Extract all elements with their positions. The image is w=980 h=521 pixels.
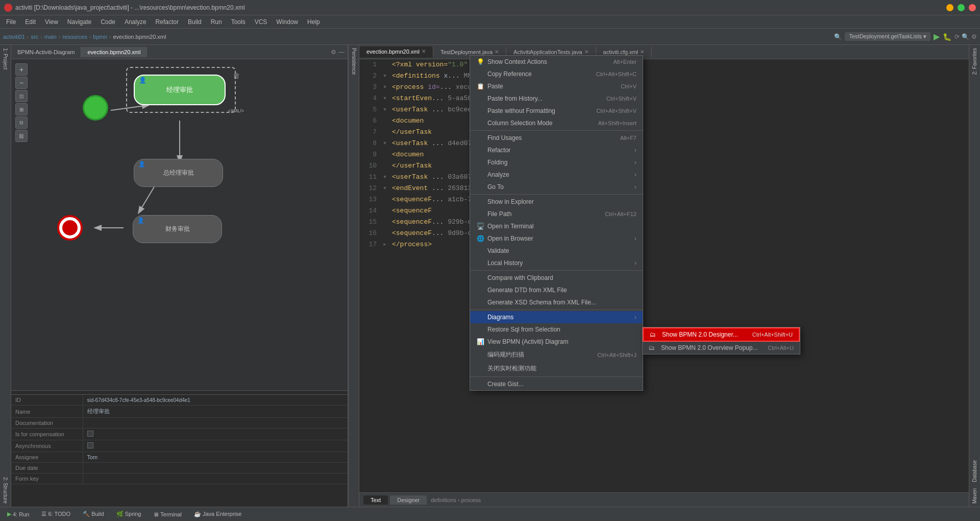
bpmn-tab-diagram[interactable]: BPMN-Activiti-Diagram — [11, 47, 81, 57]
maven-label[interactable]: Maven — [971, 485, 978, 507]
spring-button[interactable]: 🌿 Spring — [112, 510, 145, 518]
close-tab-bpmn[interactable]: ✕ — [422, 49, 426, 54]
bpmn-tab-file[interactable]: evection.bpmn20.xml — [81, 47, 147, 57]
bc-bpmn[interactable]: bpmn — [93, 34, 107, 40]
menu-window[interactable]: Window — [272, 17, 302, 27]
ctx-show-context-actions[interactable]: 💡 Show Context Actions Alt+Enter — [470, 56, 643, 68]
bpmn-general-manager-task[interactable]: 总经理审批 — [134, 159, 223, 187]
ctx-paste-no-format[interactable]: Paste without Formatting Ctrl+Alt+Shift+… — [470, 105, 643, 117]
ctx-show-explorer[interactable]: Show in Explorer — [470, 196, 643, 208]
submenu-show-bpmn-overview[interactable]: 🗂 Show BPMN 2.0 Overview Popup... Ctrl+A… — [643, 342, 800, 354]
compensation-checkbox[interactable] — [87, 431, 93, 437]
ctx-create-gist[interactable]: Create Gist... — [470, 378, 643, 390]
ctx-diagrams[interactable]: Diagrams › — [470, 311, 643, 323]
breadcrumb-process[interactable]: process — [461, 497, 481, 503]
breadcrumb-definitions[interactable]: definitions — [431, 497, 456, 503]
favorites-label[interactable]: 2: Favorites — [971, 45, 978, 78]
code-editor[interactable]: 1 <?xml version="1.0" encoding="UTF-8"?>… — [359, 59, 969, 492]
maximize-button[interactable] — [958, 4, 965, 11]
bpmn-manager-task[interactable]: 经理审批 🗑 <XML/> — [134, 75, 226, 105]
icon2[interactable]: 🔍 — [962, 33, 969, 40]
ctx-close-realtime[interactable]: 关闭实时检测功能 — [470, 362, 643, 375]
menu-help[interactable]: Help — [303, 17, 324, 27]
ctx-compare-clipboard[interactable]: Compare with Clipboard — [470, 272, 643, 284]
close-tab-activiti[interactable]: ✕ — [584, 49, 589, 55]
bpmn-end-event[interactable] — [57, 215, 83, 241]
bpmn-minimize-icon[interactable]: — — [338, 49, 345, 56]
close-tab-test[interactable]: ✕ — [495, 49, 499, 55]
menu-vcs[interactable]: VCS — [251, 17, 272, 27]
bc-activiti01[interactable]: activiti01 — [3, 34, 25, 40]
ctx-open-browser[interactable]: 🌐 Open in Browser › — [470, 232, 643, 245]
deployment-dropdown[interactable]: TestDeployment.getTaskLists ▾ — [845, 32, 930, 41]
menu-view[interactable]: View — [41, 17, 62, 27]
ctx-paste-history[interactable]: Paste from History... Ctrl+Shift+V — [470, 92, 643, 105]
ctx-encoding-scan[interactable]: 编码规约扫描 Ctrl+Alt+Shift+J — [470, 348, 643, 362]
ctx-open-terminal[interactable]: 🖥️ Open in Terminal — [470, 220, 643, 232]
menu-tools[interactable]: Tools — [227, 17, 250, 27]
menu-file[interactable]: File — [2, 17, 20, 27]
minimize-button[interactable] — [946, 4, 953, 11]
terminal-button[interactable]: 🖥 Terminal — [149, 510, 185, 518]
ctx-validate[interactable]: Validate — [470, 245, 643, 257]
persistence-label[interactable]: Persistence — [350, 45, 358, 78]
debug-button[interactable]: 🐛 — [943, 33, 951, 41]
menu-run[interactable]: Run — [207, 17, 226, 27]
bc-main[interactable]: main — [44, 34, 57, 40]
icon3[interactable]: ⚙ — [971, 33, 977, 40]
ctx-refactor[interactable]: Refactor › — [470, 144, 643, 156]
close-button[interactable] — [969, 4, 976, 11]
ctx-paste[interactable]: 📋 Paste Ctrl+V — [470, 80, 643, 92]
ctx-generate-xsd[interactable]: Generate XSD Schema from XML File... — [470, 296, 643, 309]
ctx-find-usages[interactable]: Find Usages Alt+F7 — [470, 132, 643, 144]
bc-resources[interactable]: resources — [62, 34, 87, 40]
ctx-view-bpmn[interactable]: 📊 View BPMN (Activiti) Diagram — [470, 336, 643, 348]
ctx-file-path[interactable]: File Path Ctrl+Alt+F12 — [470, 208, 643, 220]
zoom-grid-button[interactable]: ⊟ — [15, 116, 28, 129]
delete-task-icon[interactable]: 🗑 — [233, 72, 240, 80]
ctx-restore-sql[interactable]: Restore Sql from Selection — [470, 323, 643, 336]
browser-icon: 🌐 — [476, 235, 484, 242]
zoom-out-button[interactable]: − — [15, 77, 28, 89]
zoom-link-button[interactable]: ⛓ — [15, 130, 28, 142]
tab-evection-bpmn[interactable]: evection.bpmn20.xml ✕ — [359, 46, 433, 58]
ctx-generate-dtd[interactable]: Generate DTD from XML File — [470, 284, 643, 296]
sidebar-structure-label[interactable]: 2: Structure — [2, 474, 9, 507]
run-icon: ▶ — [7, 511, 11, 517]
ctx-column-selection[interactable]: Column Selection Mode Alt+Shift+Insert — [470, 117, 643, 129]
database-label[interactable]: Database — [971, 457, 978, 485]
bottom-tab-designer[interactable]: Designer — [390, 495, 427, 505]
zoom-select-button[interactable]: ⊞ — [15, 103, 28, 115]
bottom-tab-text[interactable]: Text — [363, 495, 388, 505]
async-checkbox[interactable] — [87, 442, 93, 448]
bc-src[interactable]: src — [31, 34, 38, 40]
menu-navigate[interactable]: Navigate — [63, 17, 95, 27]
bc-file[interactable]: evection.bpmn20.xml — [113, 34, 166, 40]
bpmn-settings-icon[interactable]: ⚙ — [331, 49, 336, 56]
submenu-show-bpmn-designer[interactable]: 🗂 Show BPMN 2.0 Designer... Ctrl+Alt+Shi… — [643, 327, 800, 342]
code-line-2: 2 ▾ <definitions x... MN/20100524/MODE — [359, 70, 969, 82]
close-tab-cfg[interactable]: ✕ — [640, 49, 644, 55]
ctx-folding[interactable]: Folding › — [470, 156, 643, 169]
run-button[interactable]: ▶ — [934, 32, 940, 41]
java-enterprise-button[interactable]: ☕ Java Enterprise — [190, 510, 246, 518]
menu-refactor[interactable]: Refactor — [152, 17, 183, 27]
build-button[interactable]: 🔨 Build — [79, 510, 108, 518]
menu-analyze[interactable]: Analyze — [120, 17, 151, 27]
zoom-fit-button[interactable]: ⊡ — [15, 90, 28, 102]
menu-code[interactable]: Code — [96, 17, 119, 27]
ctx-copy-reference[interactable]: Copy Reference Ctrl+Alt+Shift+C — [470, 68, 643, 80]
bpmn-hscroll[interactable] — [11, 390, 348, 394]
todo-button[interactable]: ☰ 6: TODO — [37, 510, 75, 518]
ctx-goto[interactable]: Go To › — [470, 181, 643, 193]
zoom-in-button[interactable]: + — [15, 63, 28, 76]
bpmn-start-event[interactable] — [83, 95, 108, 121]
menu-edit[interactable]: Edit — [21, 17, 40, 27]
run-4-button[interactable]: ▶ 4: Run — [3, 510, 33, 518]
icon1[interactable]: ⟳ — [954, 33, 960, 40]
ctx-local-history[interactable]: Local History › — [470, 257, 643, 269]
menu-build[interactable]: Build — [184, 17, 206, 27]
sidebar-project-label[interactable]: 1: Project — [2, 45, 9, 73]
bpmn-finance-task[interactable]: 财务审批 — [133, 215, 222, 243]
ctx-analyze[interactable]: Analyze › — [470, 169, 643, 181]
